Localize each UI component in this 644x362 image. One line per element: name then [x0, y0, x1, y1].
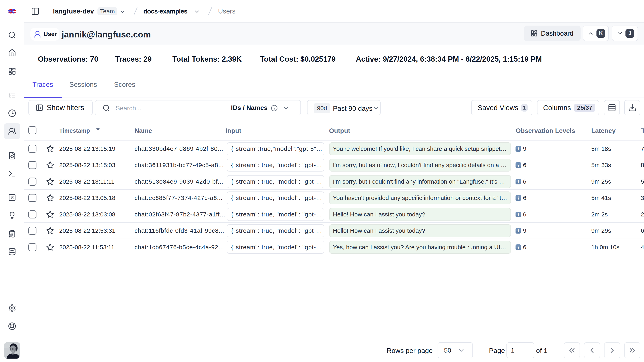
svg-text:i: i: [518, 196, 519, 200]
svg-text:i: i: [518, 163, 519, 168]
svg-text:i: i: [518, 146, 519, 152]
svg-text:i: i: [518, 179, 519, 184]
svg-text:i: i: [518, 245, 519, 250]
svg-text:i: i: [518, 228, 519, 233]
svg-text:i: i: [518, 212, 519, 217]
